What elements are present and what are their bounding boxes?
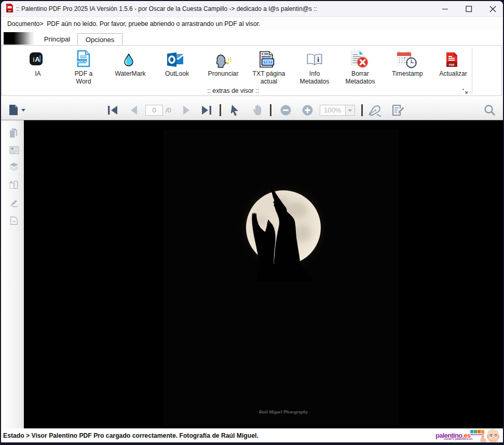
svg-text:PDF: PDF bbox=[449, 63, 455, 66]
svg-text:Raúl Miguel Photography: Raúl Miguel Photography bbox=[258, 409, 308, 414]
svg-text:A: A bbox=[35, 55, 40, 63]
svg-text:DOCX: DOCX bbox=[77, 60, 87, 63]
svg-text:i: i bbox=[33, 55, 35, 63]
svg-text:TXT: TXT bbox=[264, 60, 271, 64]
svg-text:i: i bbox=[317, 55, 319, 63]
